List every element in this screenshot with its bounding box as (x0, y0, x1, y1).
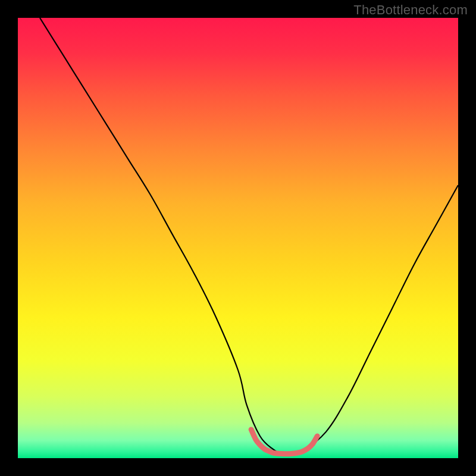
bottleneck-curve (40, 18, 458, 455)
plot-area (18, 18, 458, 458)
watermark-text: TheBottleneck.com (353, 2, 468, 18)
chart-frame: TheBottleneck.com (0, 0, 476, 476)
curve-layer (18, 18, 458, 458)
safe-zone-marker (251, 430, 317, 454)
